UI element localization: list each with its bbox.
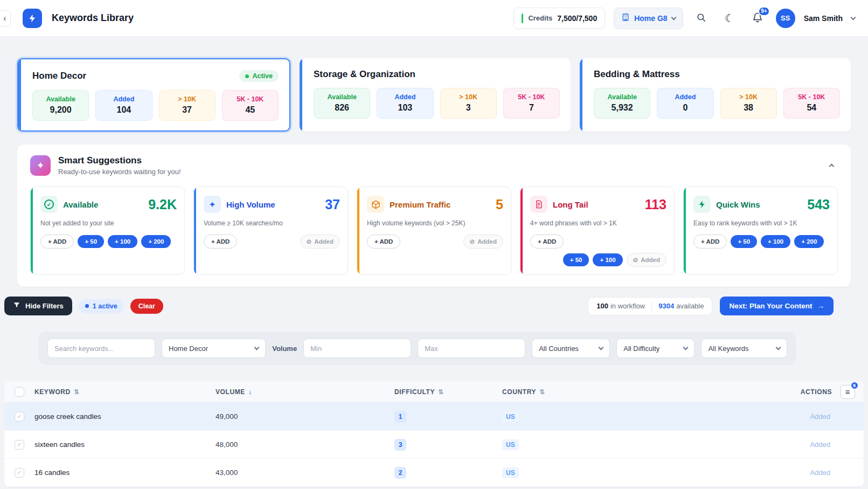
project-title: Home Decor xyxy=(32,71,86,81)
added-chip[interactable]: ⊘Added xyxy=(627,253,666,267)
stat-added: Added0 xyxy=(657,88,713,119)
stat-available: Available9,200 xyxy=(32,90,89,121)
slash-circle-icon: ⊘ xyxy=(633,256,638,264)
stat-over-10k: > 10K3 xyxy=(440,88,497,119)
row-checkbox[interactable]: ✓ xyxy=(15,440,24,450)
active-status-badge: Active xyxy=(239,70,279,82)
hide-filters-button[interactable]: Hide Filters xyxy=(4,297,72,315)
project-title: Bedding & Mattress xyxy=(594,69,680,80)
project-card-bedding-mattress[interactable]: Bedding & Mattress Available5,932 Added0… xyxy=(580,58,851,132)
column-header-country[interactable]: COUNTRY⇅ xyxy=(502,388,769,396)
back-button[interactable]: ‹ xyxy=(0,10,11,26)
status-dot-icon xyxy=(245,74,249,78)
row-checkbox[interactable]: ✓ xyxy=(15,412,24,422)
country-badge: US xyxy=(502,467,519,478)
stat-value: 826 xyxy=(318,103,365,113)
suggestion-title: Long Tail xyxy=(553,200,588,209)
stat-value: 0 xyxy=(662,103,709,113)
user-name: Sam Smith xyxy=(804,14,843,23)
add-button[interactable]: + ADD xyxy=(530,235,564,249)
add-50-button[interactable]: + 50 xyxy=(731,235,757,248)
clear-filters-button[interactable]: Clear xyxy=(130,299,163,314)
column-header-actions: ACTIONS ≡ 6 xyxy=(769,385,864,399)
avatar[interactable]: SS xyxy=(776,9,795,28)
volume-cell: 43,000 xyxy=(216,469,394,477)
keyword-cell: goose creek candles xyxy=(34,412,216,421)
stat-value: 45 xyxy=(227,105,274,115)
add-button[interactable]: + ADD xyxy=(40,235,74,249)
added-chip[interactable]: ⊘Added xyxy=(300,235,340,249)
table-row[interactable]: ✓ goose creek candles 49,000 1 US Added xyxy=(4,403,864,431)
add-100-button[interactable]: + 100 xyxy=(761,235,790,248)
column-header-keyword[interactable]: KEYWORD⇅ xyxy=(34,388,216,396)
category-value: Home Decor xyxy=(169,345,208,353)
filter-inputs-bar: Home Decor Volume All Countries All Diff… xyxy=(39,332,796,365)
project-cards-row: Home Decor Active Available9,200 Added10… xyxy=(0,37,868,132)
credits-value: 7,500/7,500 xyxy=(557,14,597,23)
add-button[interactable]: + ADD xyxy=(204,235,237,249)
suggestion-card-premium-traffic: Premium Traffic 5 High volume keywords (… xyxy=(357,187,511,275)
column-header-volume[interactable]: VOLUME↓ xyxy=(216,388,394,396)
chevron-down-icon xyxy=(683,345,689,350)
project-card-home-decor[interactable]: Home Decor Active Available9,200 Added10… xyxy=(17,58,290,132)
country-select[interactable]: All Countries xyxy=(532,339,610,358)
keyword-cell: sixteen candles xyxy=(34,440,216,449)
suggestion-title: High Volume xyxy=(226,200,275,209)
difficulty-badge: 2 xyxy=(394,467,406,479)
added-status: Added xyxy=(769,469,864,477)
table-row[interactable]: ✓ sixteen candles 48,000 3 US Added xyxy=(4,431,864,459)
row-checkbox[interactable]: ✓ xyxy=(15,468,24,478)
added-chip[interactable]: ⊘Added xyxy=(463,235,503,249)
chevron-down-icon xyxy=(599,345,604,350)
collapse-button[interactable] xyxy=(825,157,838,174)
suggestion-desc: Not yet added to your site xyxy=(40,219,177,227)
add-button[interactable]: + ADD xyxy=(367,235,400,249)
check-icon: ✓ xyxy=(17,413,22,420)
keywords-filter-select[interactable]: All Keywords xyxy=(701,339,787,358)
workspace-dropdown[interactable]: Home G8 xyxy=(614,8,683,29)
select-all-checkbox[interactable] xyxy=(15,387,24,397)
add-50-button[interactable]: + 50 xyxy=(78,235,104,248)
volume-min-input[interactable] xyxy=(303,339,411,358)
table-row[interactable]: ✓ 16 candles 43,000 2 US Added xyxy=(4,459,864,487)
volume-max-input[interactable] xyxy=(418,339,525,358)
top-bar: ‹ Keywords Library Credits 7,500/7,500 H… xyxy=(0,0,868,37)
category-select[interactable]: Home Decor xyxy=(162,339,266,358)
chevron-down-icon xyxy=(671,15,676,20)
add-200-button[interactable]: + 200 xyxy=(141,235,171,248)
search-input[interactable] xyxy=(47,339,155,358)
suggestion-card-quick-wins: Quick Wins 543 Easy to rank keywords wit… xyxy=(683,187,838,275)
add-50-button[interactable]: + 50 xyxy=(563,253,589,266)
notifications-button[interactable]: 9+ xyxy=(748,9,767,28)
next-plan-content-button[interactable]: Next: Plan Your Content → xyxy=(720,297,834,315)
smart-suggestions-panel: ✦ Smart Suggestions Ready-to-use keyword… xyxy=(17,144,851,287)
chevron-down-icon xyxy=(254,345,260,350)
add-200-button[interactable]: + 200 xyxy=(794,235,824,248)
stat-label: Available xyxy=(599,93,645,101)
project-title: Storage & Organization xyxy=(314,69,415,80)
slash-circle-icon: ⊘ xyxy=(470,238,475,245)
difficulty-select[interactable]: All Difficulty xyxy=(616,339,695,358)
add-button[interactable]: + ADD xyxy=(693,235,727,249)
table-menu-button[interactable]: ≡ 6 xyxy=(841,385,855,399)
stat-added: Added104 xyxy=(95,90,152,121)
stat-available: Available5,932 xyxy=(594,88,650,119)
column-header-difficulty[interactable]: DIFFICULTY⇅ xyxy=(394,388,502,396)
add-100-button[interactable]: + 100 xyxy=(108,235,137,248)
project-card-storage-organization[interactable]: Storage & Organization Available826 Adde… xyxy=(300,58,571,132)
slash-circle-icon: ⊘ xyxy=(307,238,312,245)
stat-value: 7 xyxy=(508,103,555,113)
suggestion-count: 543 xyxy=(807,197,830,212)
divider xyxy=(651,302,652,311)
stat-value: 3 xyxy=(445,103,492,113)
suggestions-title: Smart Suggestions xyxy=(58,155,181,166)
check-icon: ✓ xyxy=(17,469,22,476)
search-button[interactable] xyxy=(692,9,711,28)
dark-mode-toggle[interactable]: ☾ xyxy=(720,9,739,28)
user-menu-chevron-icon[interactable] xyxy=(851,15,856,20)
stat-5k-10k: 5K - 10K54 xyxy=(783,88,840,119)
add-100-button[interactable]: + 100 xyxy=(593,253,622,266)
suggestion-count: 113 xyxy=(645,197,666,212)
sparkle-icon: ✦ xyxy=(30,155,51,176)
app-logo-bolt-icon xyxy=(23,9,42,28)
